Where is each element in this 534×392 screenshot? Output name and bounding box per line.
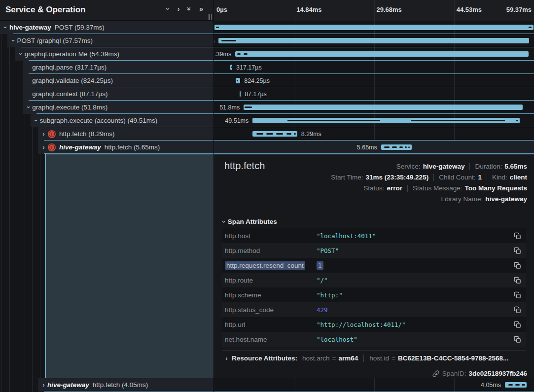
span-child-dash (516, 120, 518, 121)
attribute-value: "/" (317, 277, 514, 284)
tree-header-icons: › › » » (167, 5, 203, 12)
attribute-row[interactable]: http.status_code429 (222, 302, 526, 317)
attribute-key-text: http.request.resend_count (225, 261, 305, 270)
span-attributes-header[interactable]: › Span Attributes (223, 218, 277, 225)
timeline-tick-label: 0µs (216, 6, 227, 13)
attribute-row[interactable]: http.request.resend_count1 (222, 258, 526, 273)
meta-value: 1 (478, 172, 482, 183)
timeline-tick-label: 44.53ms (457, 6, 482, 13)
attribute-row[interactable]: http.route"/" (222, 273, 526, 287)
chevron-right-icon[interactable]: › (40, 130, 47, 138)
timeline-tick-label: 29.68ms (377, 6, 402, 13)
tree-span-row[interactable]: ›subgraph.execute (accounts) (49.51ms) (31, 114, 214, 127)
tree-span-row[interactable]: ›graphql.operation Me (54.39ms) (15, 47, 214, 61)
tree-row-border (44, 153, 534, 154)
tree-span-row[interactable]: ›graphql.execute (51.8ms) (23, 101, 214, 114)
copy-icon[interactable] (514, 291, 521, 299)
attribute-row[interactable]: http.url"http://localhost:4011/" (222, 317, 526, 332)
tree-span-row[interactable]: ›POST /graphql (57.57ms) (7, 34, 214, 47)
span-duration-bar[interactable] (214, 25, 533, 30)
expand-all-icon[interactable]: » (199, 5, 203, 12)
tree-indent-guide (9, 21, 10, 392)
tree-span-row[interactable]: graphql.parse (317.17µs) (23, 61, 214, 74)
tree-span-row[interactable]: ›hive-gatewayhttp.fetch (4.05ms) (38, 378, 214, 392)
copy-icon[interactable] (514, 232, 521, 240)
panel-divider-line[interactable] (214, 0, 214, 392)
span-duration-label: 5.65ms (357, 144, 377, 151)
resource-attributes-row[interactable]: › Resource Attributes: host.arch=arm64ho… (223, 355, 508, 362)
resource-key: host.id (369, 355, 389, 362)
attribute-key: http.route (222, 277, 317, 284)
chevron-down-icon[interactable]: › (33, 117, 40, 124)
timeline-tick-label: 14.84ms (296, 6, 321, 13)
span-operation-label: http.fetch (4.05ms) (93, 381, 148, 389)
attribute-row[interactable]: http.host"localhost:4011" (222, 228, 526, 243)
copy-icon[interactable] (514, 321, 521, 328)
tree-row-border (29, 100, 534, 101)
panel-resize-handle[interactable] (209, 14, 212, 20)
attribute-row[interactable]: http.method"POST" (222, 243, 526, 258)
tree-span-row[interactable]: ›hive-gatewayPOST (59.37ms) (0, 21, 214, 34)
tree-indent-guide (17, 21, 17, 392)
attribute-key-text: http.scheme (225, 291, 261, 299)
attribute-row[interactable]: http.scheme"http:" (222, 287, 526, 302)
span-operation-label: POST (59.37ms) (55, 24, 105, 31)
collapse-one-icon[interactable]: › (165, 8, 172, 10)
resource-value: arm64 (338, 355, 358, 362)
span-child-dash (294, 133, 296, 135)
chevron-down-icon[interactable]: › (9, 37, 17, 44)
tree-span-row[interactable]: graphql.context (87.17µs) (23, 87, 214, 101)
copy-icon[interactable] (514, 262, 521, 269)
span-duration-bar[interactable] (244, 105, 523, 110)
resource-separator (363, 355, 364, 362)
span-child-dash (221, 40, 237, 41)
meta-value: hive-gateway (485, 194, 527, 205)
attribute-value: 429 (317, 306, 514, 314)
tree-row-border (44, 140, 534, 141)
span-operation-label: graphql.operation Me (54.39ms) (25, 50, 119, 58)
copy-icon[interactable] (514, 247, 521, 254)
chevron-right-icon[interactable]: › (40, 381, 47, 389)
span-child-dash (508, 384, 513, 386)
span-child-dash (245, 107, 251, 108)
span-child-dash (522, 384, 525, 386)
attribute-row[interactable]: net.host.name"localhost" (222, 332, 526, 347)
timeline-span-row (214, 21, 534, 34)
span-id-label: SpanID: (442, 370, 466, 377)
attribute-key-text: http.url (225, 321, 245, 328)
chevron-down-icon[interactable]: › (2, 24, 9, 31)
tree-span-row[interactable]: ›!hive-gatewayhttp.fetch (5.65ms) (38, 141, 214, 154)
attribute-key: http.request.resend_count (222, 262, 317, 269)
copy-icon[interactable] (514, 277, 521, 284)
span-duration-bar[interactable] (218, 38, 529, 43)
expand-one-icon[interactable]: › (178, 5, 180, 12)
meta-value: client (510, 172, 527, 183)
span-child-dash (392, 146, 397, 148)
meta-label: Status: (363, 183, 384, 194)
chevron-right-icon[interactable]: › (40, 143, 47, 151)
attribute-key-text: http.method (225, 247, 260, 254)
meta-label: Duration: (475, 161, 502, 172)
tree-span-row[interactable]: ›!http.fetch (8.29ms) (38, 127, 214, 141)
link-icon[interactable] (432, 370, 439, 377)
span-child-dash (237, 53, 240, 55)
meta-separator (487, 174, 487, 181)
copy-icon[interactable] (514, 306, 521, 314)
span-detail-panel: http.fetch Service:hive-gatewayDuration:… (214, 154, 534, 378)
timeline-span-row: 317.17µs (214, 61, 534, 74)
meta-label: Start Time: (331, 172, 363, 183)
timeline-span-row: s (214, 34, 534, 47)
span-child-dash (276, 133, 283, 135)
span-child-dash (286, 133, 291, 135)
span-duration-bar[interactable] (235, 51, 528, 57)
span-duration-bar[interactable] (240, 91, 241, 97)
meta-value: error (387, 183, 402, 194)
chevron-down-icon[interactable]: › (17, 50, 25, 58)
timeline-span-row: 5.65ms (214, 141, 534, 154)
tree-span-row[interactable]: graphql.validate (824.25µs) (23, 74, 214, 87)
chevron-right-icon: › (223, 355, 230, 362)
chevron-down-icon[interactable]: › (25, 104, 32, 111)
collapse-all-icon[interactable]: » (186, 7, 193, 11)
copy-icon[interactable] (514, 336, 521, 343)
equals-sign: = (392, 355, 395, 362)
